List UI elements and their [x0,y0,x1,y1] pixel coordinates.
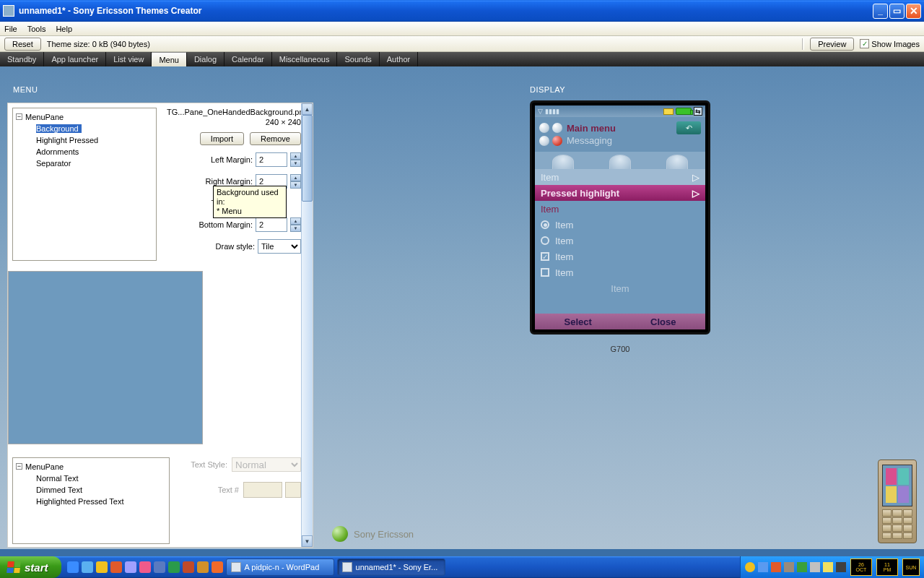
app-icon [3,5,14,17]
tray-dow-widget[interactable]: SUN [902,558,920,576]
menu-help[interactable]: Help [56,25,72,33]
text-tree[interactable]: − MenuPane Normal Text Dimmed Text Highl… [12,457,170,544]
tree-item-background[interactable]: Background [33,123,153,134]
tray-icon[interactable] [745,562,755,572]
system-tray[interactable]: 26OCT 11PM SUN [740,556,924,578]
bottom-margin-input[interactable] [256,217,287,232]
tray-icon[interactable] [784,562,794,572]
text-style-select: Normal [232,457,301,472]
window-titlebar: unnamed1* - Sony Ericsson Themes Creator… [0,0,924,22]
phone-statusbar: ▽ ▮▮▮▮ ⇆ [535,105,705,117]
tab-menu[interactable]: Menu [152,52,187,66]
ql-app-icon[interactable] [125,561,136,573]
menu-tree[interactable]: − MenuPane Background Highlight Pressed … [12,108,157,261]
tray-icon[interactable] [771,562,781,572]
window-title: unnamed1* - Sony Ericsson Themes Creator [19,6,873,16]
ql-app-icon[interactable] [139,561,151,573]
check-off-icon [541,268,549,277]
preview-button[interactable]: Preview [810,38,854,51]
mini-phone-preview[interactable] [878,460,917,543]
tree2-item-dimmed[interactable]: Dimmed Text [33,484,166,495]
scroll-thumb[interactable] [302,115,313,202]
ql-ie-icon[interactable] [67,561,79,573]
theme-size-label: Theme size: 0 kB (940 bytes) [47,40,150,48]
tab-sounds[interactable]: Sounds [337,52,379,66]
ql-app-icon[interactable] [154,561,165,573]
display-section-label: DISPLAY [530,85,565,94]
taskbar-themescreator-button[interactable]: unnamed1* - Sony Er... [337,558,445,576]
menu-file[interactable]: File [4,25,17,33]
tab-app-launcher[interactable]: App launcher [44,52,106,66]
menu-section-label: MENU [13,85,38,94]
tab-dialog[interactable]: Dialog [187,52,225,66]
tab-list-view[interactable]: List view [106,52,152,66]
tree-item-highlight-pressed[interactable]: Highlight Pressed [33,134,153,145]
sony-ericsson-logo-icon [332,526,348,542]
tabstrip: Standby App launcher List view Menu Dial… [0,52,924,66]
phone-check-on-row: Item [535,249,705,264]
remove-button[interactable]: Remove [250,132,301,145]
left-margin-label: Left Margin: [167,155,253,164]
tray-icon[interactable] [797,562,807,572]
chevron-right-icon: ▷ [692,188,699,199]
tray-icon[interactable] [836,562,846,572]
message-icon [663,108,674,115]
tab-calendar[interactable]: Calendar [225,52,272,66]
phone-item-row: Item [535,201,705,217]
tree-item-adornments[interactable]: Adornments [33,146,153,157]
tab-standby[interactable]: Standby [0,52,44,66]
main-toolbar: Reset Theme size: 0 kB (940 bytes) Previ… [0,36,924,52]
bottom-margin-spinner[interactable]: ▲▼ [290,217,301,232]
menu-panel: − MenuPane Background Highlight Pressed … [7,103,313,548]
menu-tools[interactable]: Tools [27,25,46,33]
chevron-right-icon: ▷ [692,172,699,183]
phone-highlight-row: Item▷ [535,169,705,185]
right-margin-spinner[interactable]: ▲▼ [290,174,301,189]
collapse-icon[interactable]: − [16,463,22,470]
tab-miscellaneous[interactable]: Miscellaneous [272,52,338,66]
bottom-margin-label: Bottom Margin: [167,220,253,229]
phone-pressed-row: Pressed highlight▷ [535,185,705,201]
tree-root-menupane[interactable]: − MenuPane [16,111,153,122]
tray-date-widget[interactable]: 26OCT [850,558,872,576]
window-maximize-button[interactable]: ▭ [889,4,905,19]
ql-desktop-icon[interactable] [82,561,93,573]
tray-time-widget[interactable]: 11PM [876,558,898,576]
collapse-icon[interactable]: − [16,113,22,120]
phone-icon-row [535,152,705,169]
background-preview-swatch [8,271,203,444]
ql-app-icon[interactable] [168,561,180,573]
left-margin-input[interactable] [256,152,287,167]
tray-icon[interactable] [810,562,820,572]
scroll-up-icon[interactable]: ▲ [302,103,313,115]
left-panel-scrollbar[interactable]: ▲ ▼ [301,103,313,547]
phone-radio-off-row: Item [535,233,705,249]
reset-button[interactable]: Reset [4,38,41,51]
scroll-down-icon[interactable]: ▼ [302,535,313,547]
show-images-checkbox[interactable]: ✓ Show Images [860,39,920,48]
tray-icon[interactable] [758,562,768,572]
tree2-item-normal[interactable]: Normal Text [33,473,166,483]
left-margin-spinner[interactable]: ▲▼ [290,152,301,167]
tray-icon[interactable] [823,562,833,572]
workspace: MENU DISPLAY − MenuPane Background Highl… [0,66,924,549]
taskbar-wordpad-button[interactable]: A pidpic-n - WordPad [226,558,334,576]
tree2-root-menupane[interactable]: − MenuPane [16,461,166,472]
phone-center-row: Item [535,280,705,296]
ql-app-icon[interactable] [110,561,122,573]
window-close-button[interactable]: ✕ [906,4,921,19]
ql-smiley-icon[interactable] [96,561,108,573]
draw-style-select[interactable]: Tile [258,239,301,254]
tree-item-separator[interactable]: Separator [33,158,153,168]
start-button[interactable]: start [0,556,61,578]
import-button[interactable]: Import [200,132,244,145]
tab-author[interactable]: Author [380,52,418,66]
phone-radio-on-row: Item [535,217,705,233]
phone-check-off-row: Item [535,264,705,280]
window-minimize-button[interactable]: _ [873,4,888,19]
ql-app-icon[interactable] [197,561,209,573]
ql-app-icon[interactable] [212,561,223,573]
header-dot-icon [539,123,549,133]
ql-app-icon[interactable] [183,561,194,573]
tree2-item-hl-pressed[interactable]: Highlighted Pressed Text [33,496,166,506]
